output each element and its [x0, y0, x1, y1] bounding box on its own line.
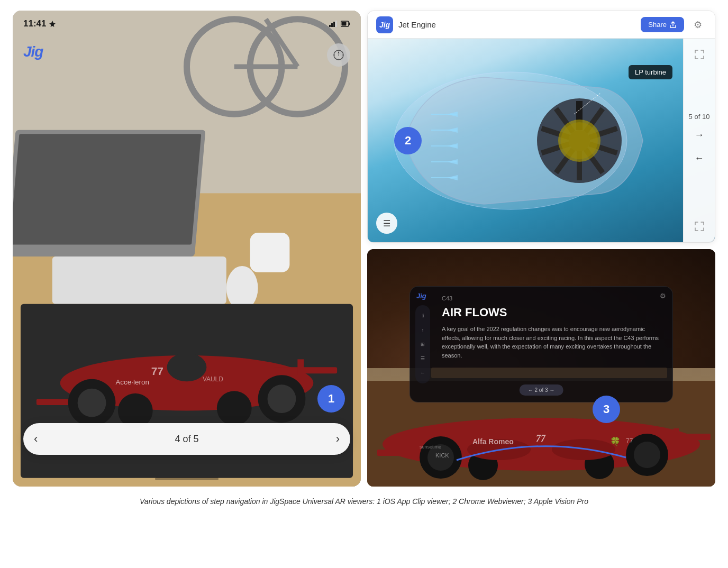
svg-point-80 — [552, 439, 615, 460]
svg-rect-9 — [52, 256, 226, 304]
badge-3: 3 — [593, 396, 620, 423]
settings-icon[interactable]: ⚙ — [689, 16, 706, 33]
svg-point-22 — [217, 391, 252, 426]
web-sidebar: 5 of 10 → ← — [683, 39, 715, 242]
ios-nav-counter: 4 of 5 — [175, 434, 198, 445]
svg-text:🍀: 🍀 — [610, 436, 621, 446]
svg-point-11 — [226, 266, 258, 310]
web-next-arrow[interactable]: → — [690, 126, 709, 145]
panel-ios: Acce·leron VAULD 77 11:41 — [13, 11, 361, 487]
share-button[interactable]: Share — [641, 17, 684, 32]
share-icon — [669, 21, 677, 29]
svg-point-56 — [561, 122, 598, 159]
vision-thumbnail-strip — [431, 368, 667, 378]
signal-icon — [329, 21, 338, 27]
step-counter: 5 of 10 — [689, 113, 710, 122]
vision-title: AIR FLOWS — [442, 306, 662, 319]
svg-text:VAULD: VAULD — [203, 375, 223, 383]
svg-text:KICK: KICK — [435, 452, 449, 459]
svg-point-18 — [78, 389, 106, 417]
battery-icon — [341, 21, 350, 27]
vision-step-nav: ← 2 of 3 → — [520, 384, 563, 396]
ios-status-icons — [329, 21, 350, 27]
svg-rect-29 — [331, 23, 333, 27]
svg-rect-72 — [674, 428, 679, 443]
web-app-title: Jet Engine — [398, 20, 635, 29]
badge-1-number: 1 — [328, 392, 334, 406]
vision-c43-label: C43 — [442, 295, 662, 301]
ios-status-bar: 11:41 — [13, 11, 361, 37]
location-icon — [49, 21, 56, 27]
svg-point-23 — [167, 353, 207, 381]
ios-next-button[interactable]: › — [336, 432, 340, 446]
desk-scene: Acce·leron VAULD 77 — [13, 11, 361, 487]
caption-text: Various depictions of step navigation in… — [140, 497, 588, 506]
ios-ar-button[interactable] — [327, 43, 350, 67]
lp-turbine-label: LP turbine — [629, 65, 672, 79]
svg-rect-8 — [13, 134, 201, 244]
ios-time: 11:41 — [23, 19, 56, 29]
expand-icon[interactable] — [690, 45, 709, 64]
svg-rect-10 — [250, 233, 290, 272]
ios-prev-button[interactable]: ‹ — [34, 432, 38, 446]
jig-logo-text: Jig — [23, 43, 43, 60]
svg-rect-15 — [274, 367, 338, 373]
svg-point-76 — [634, 442, 660, 468]
svg-text:sensetime: sensetime — [420, 444, 441, 450]
badge-2: 2 — [394, 127, 422, 154]
svg-rect-30 — [333, 22, 335, 27]
panel-vision: Jig ⚙ ℹ ↑ ⊞ ☰ ← C43 AIR FLOWS A key goal… — [367, 249, 715, 487]
svg-text:Acce·leron: Acce·leron — [115, 378, 149, 386]
badge-1: 1 — [317, 385, 345, 413]
svg-point-36 — [338, 54, 339, 56]
ios-home-indicator — [155, 478, 219, 480]
jig-logo-ios: Jig — [23, 43, 43, 60]
svg-rect-31 — [335, 21, 337, 27]
vision-wall-screen: Jig ⚙ ℹ ↑ ⊞ ☰ ← C43 AIR FLOWS A key goal… — [410, 286, 673, 402]
web-prev-arrow[interactable]: ← — [690, 149, 709, 168]
web-jig-logo: Jig — [376, 16, 393, 33]
web-viewer: LP turbine ☰ 5 of 10 → ← — [368, 39, 715, 242]
svg-rect-33 — [349, 23, 350, 25]
main-container: Acce·leron VAULD 77 11:41 — [0, 0, 728, 518]
svg-point-20 — [268, 384, 296, 413]
caption: Various depictions of step navigation in… — [13, 493, 715, 508]
svg-marker-41 — [338, 51, 340, 53]
time-display: 11:41 — [23, 19, 46, 29]
badge-3-number: 3 — [603, 402, 609, 416]
svg-rect-34 — [342, 22, 347, 26]
badge-2-number: 2 — [405, 134, 411, 148]
share-label: Share — [648, 21, 667, 29]
svg-text:Alfa Romeo: Alfa Romeo — [472, 437, 514, 446]
svg-text:77: 77 — [151, 365, 163, 377]
ar-compass-icon — [333, 49, 344, 61]
vision-left-controls: ℹ ↑ ⊞ ☰ ← — [415, 305, 430, 383]
ios-nav-bar: ‹ 4 of 5 › — [23, 423, 350, 455]
svg-rect-16 — [297, 359, 304, 375]
web-menu-button[interactable]: ☰ — [376, 213, 397, 234]
svg-rect-28 — [329, 25, 331, 27]
fullscreen-icon[interactable] — [690, 217, 709, 236]
svg-text:77: 77 — [536, 433, 546, 444]
web-header: Jig Jet Engine Share ⚙ — [368, 11, 715, 39]
panel-web: Jig Jet Engine Share ⚙ — [367, 11, 715, 243]
svg-text:77: 77 — [626, 437, 633, 445]
vision-description: A key goal of the 2022 regulation change… — [442, 325, 662, 360]
